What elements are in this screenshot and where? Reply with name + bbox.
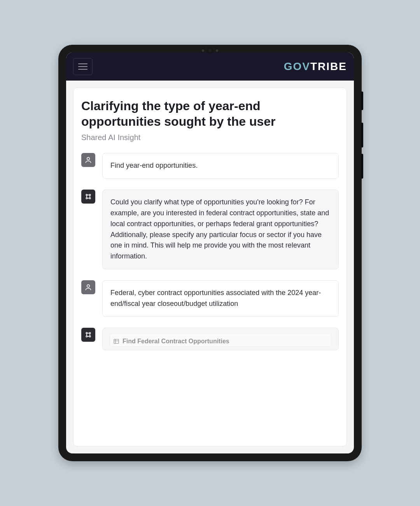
user-message-bubble: Federal, cyber contract opportunities as…: [102, 280, 339, 317]
brand-logo[interactable]: GOVTRIBE: [284, 60, 347, 73]
svg-point-3: [86, 197, 87, 199]
message-row-ai: Could you clarify what type of opportuni…: [81, 190, 339, 269]
svg-point-0: [87, 157, 90, 160]
svg-point-1: [86, 194, 87, 195]
ai-message-bubble: Could you clarify what type of opportuni…: [102, 190, 339, 269]
person-icon: [84, 283, 92, 291]
hamburger-icon: [78, 63, 88, 64]
user-message-bubble: Find year-end opportunities.: [102, 153, 339, 179]
page-title: Clarifying the type of year-end opportun…: [81, 98, 339, 129]
svg-point-8: [86, 336, 87, 337]
person-icon: [84, 156, 92, 164]
app-screen: GOVTRIBE Clarifying the type of year-end…: [66, 53, 354, 453]
brand-part-2: TRIBE: [310, 60, 347, 72]
top-navbar: GOVTRIBE: [66, 53, 354, 81]
svg-point-6: [86, 332, 87, 334]
message-row-user: Federal, cyber contract opportunities as…: [81, 280, 339, 317]
tablet-camera: [202, 48, 218, 53]
tablet-device-frame: GOVTRIBE Clarifying the type of year-end…: [58, 45, 362, 461]
user-avatar: [81, 280, 95, 294]
svg-rect-10: [114, 339, 119, 344]
ai-action-label: Find Federal Contract Opportunities: [122, 338, 229, 345]
menu-button[interactable]: [73, 58, 93, 75]
ai-action-chip[interactable]: Find Federal Contract Opportunities: [110, 334, 331, 347]
main-content: Clarifying the type of year-end opportun…: [66, 81, 354, 453]
message-row-user: Find year-end opportunities.: [81, 153, 339, 179]
table-icon: [113, 338, 119, 344]
svg-point-9: [89, 336, 91, 337]
tablet-power-button: [361, 91, 363, 110]
ai-icon: [84, 331, 92, 339]
brand-part-1: GOV: [284, 60, 310, 72]
ai-avatar: [81, 190, 95, 204]
insight-card: Clarifying the type of year-end opportun…: [73, 88, 347, 446]
user-avatar: [81, 153, 95, 167]
svg-point-5: [87, 285, 90, 288]
message-row-ai: Find Federal Contract Opportunities: [81, 328, 339, 350]
ai-avatar: [81, 328, 95, 342]
ai-action-bubble: Find Federal Contract Opportunities: [102, 328, 339, 350]
tablet-volume-down: [361, 154, 363, 179]
ai-icon: [84, 193, 92, 200]
tablet-volume-up: [361, 123, 363, 148]
page-subtitle: Shared AI Insight: [81, 133, 339, 142]
svg-point-7: [89, 332, 91, 334]
svg-point-4: [89, 197, 91, 199]
svg-point-2: [89, 194, 91, 195]
